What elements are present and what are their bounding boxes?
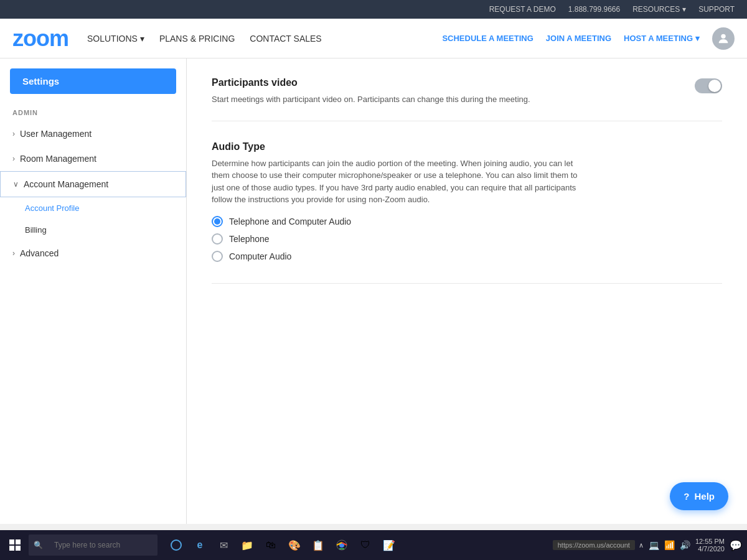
setting-row: Participants video Start meetings with p… xyxy=(212,77,722,106)
notepad-icon[interactable]: 📝 xyxy=(379,535,399,555)
nav-links: SOLUTIONS ▾ PLANS & PRICING CONTACT SALE… xyxy=(87,34,442,44)
help-icon: ? xyxy=(684,491,689,502)
host-meeting-menu[interactable]: HOST A MEETING ▾ xyxy=(624,34,700,43)
notification-icon[interactable]: 💬 xyxy=(730,539,742,551)
settings-button[interactable]: Settings xyxy=(10,68,176,94)
audio-type-title: Audio Type xyxy=(212,141,722,152)
zoom-logo[interactable]: zoom xyxy=(12,26,68,52)
chevron-icon: › xyxy=(12,154,15,163)
audio-type-section: Audio Type Determine how participants ca… xyxy=(212,141,722,284)
taskbar-search-bar[interactable]: 🔍 xyxy=(29,534,157,556)
audio-type-radio-group: Telephone and Computer Audio Telephone C… xyxy=(212,216,722,262)
radio-computer-audio[interactable]: Computer Audio xyxy=(212,251,722,262)
setting-info: Participants video Start meetings with p… xyxy=(212,77,530,106)
participants-video-toggle[interactable] xyxy=(695,78,722,93)
radio-telephone-computer[interactable]: Telephone and Computer Audio xyxy=(212,216,722,227)
search-icon: 🔍 xyxy=(34,541,43,549)
audio-type-desc: Determine how participants can join the … xyxy=(212,157,585,206)
clock: 12:55 PM 4/7/2020 xyxy=(695,538,725,553)
nav-right: SCHEDULE A MEETING JOIN A MEETING HOST A… xyxy=(442,27,735,50)
taskbar: 🔍 e ✉ 📁 🛍 🎨 📋 🛡 📝 https://zoom.us/accoun… xyxy=(0,530,747,560)
mail-icon[interactable]: ✉ xyxy=(214,535,233,555)
request-demo-link[interactable]: REQUEST A DEMO xyxy=(489,5,556,14)
svg-rect-4 xyxy=(16,546,21,551)
schedule-meeting-link[interactable]: SCHEDULE A MEETING xyxy=(442,34,533,43)
sidebar-item-account-management[interactable]: ∨ Account Management xyxy=(0,171,186,197)
join-meeting-link[interactable]: JOIN A MEETING xyxy=(546,34,611,43)
sidebar-item-user-management[interactable]: › User Management xyxy=(0,121,186,146)
sidebar-item-room-management[interactable]: › Room Management xyxy=(0,146,186,171)
edge-icon[interactable]: e xyxy=(190,535,210,555)
windows-start-button[interactable] xyxy=(5,535,25,555)
taskbar-search-input[interactable] xyxy=(47,537,153,553)
solutions-menu[interactable]: SOLUTIONS ▾ xyxy=(87,34,144,44)
taskview-icon[interactable]: 📋 xyxy=(308,535,328,555)
support-link[interactable]: SUPPORT xyxy=(698,5,735,14)
shield-icon[interactable]: 🛡 xyxy=(355,535,375,555)
svg-rect-2 xyxy=(16,539,21,544)
svg-point-5 xyxy=(171,540,181,550)
sidebar-sub-account-profile[interactable]: Account Profile xyxy=(0,197,186,219)
radio-circle-icon xyxy=(212,216,223,227)
chevron-icon: › xyxy=(12,249,15,258)
store-icon[interactable]: 🛍 xyxy=(261,535,281,555)
radio-telephone[interactable]: Telephone xyxy=(212,233,722,245)
svg-rect-3 xyxy=(9,546,14,551)
explorer-icon[interactable]: 📁 xyxy=(237,535,257,555)
resources-menu[interactable]: RESOURCES ▾ xyxy=(632,5,686,14)
user-avatar[interactable] xyxy=(712,27,735,50)
phone-number: 1.888.799.9666 xyxy=(568,5,620,14)
cortana-icon[interactable] xyxy=(166,535,186,555)
sidebar-sub-billing[interactable]: Billing xyxy=(0,219,186,241)
taskbar-icons: e ✉ 📁 🛍 🎨 📋 🛡 📝 xyxy=(166,535,549,555)
radio-circle-icon xyxy=(212,251,223,262)
contact-sales-link[interactable]: CONTACT SALES xyxy=(250,34,321,44)
participants-video-section: Participants video Start meetings with p… xyxy=(212,77,722,121)
content-area: Participants video Start meetings with p… xyxy=(187,58,747,524)
svg-point-0 xyxy=(721,34,725,38)
setting-title: Participants video xyxy=(212,77,530,88)
help-button[interactable]: ? Help xyxy=(670,482,728,510)
help-label: Help xyxy=(694,491,715,502)
plans-pricing-link[interactable]: PLANS & PRICING xyxy=(159,34,235,44)
taskbar-right: ∧ 💻 📶 🔊 12:55 PM 4/7/2020 💬 xyxy=(639,538,742,553)
main-layout: Settings ADMIN › User Management › Room … xyxy=(0,58,747,524)
chevron-icon: › xyxy=(12,129,15,138)
setting-desc: Start meetings with participant video on… xyxy=(212,93,530,106)
nav-bar: zoom SOLUTIONS ▾ PLANS & PRICING CONTACT… xyxy=(0,19,747,58)
paint-icon[interactable]: 🎨 xyxy=(284,535,304,555)
top-bar: REQUEST A DEMO 1.888.799.9666 RESOURCES … xyxy=(0,0,747,19)
svg-rect-1 xyxy=(9,539,14,544)
admin-label: ADMIN xyxy=(0,104,186,121)
sidebar: Settings ADMIN › User Management › Room … xyxy=(0,58,187,524)
radio-circle-icon xyxy=(212,233,223,245)
url-bar: https://zoom.us/account xyxy=(553,540,635,550)
sidebar-item-advanced[interactable]: › Advanced xyxy=(0,241,186,266)
chevron-down-icon: ∨ xyxy=(13,180,19,189)
chrome-icon[interactable] xyxy=(332,535,352,555)
